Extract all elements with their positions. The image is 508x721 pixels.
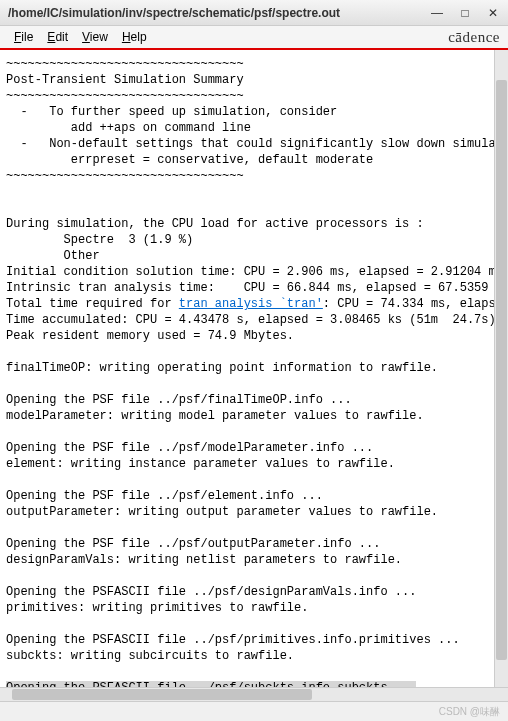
log-line: outputParameter: writing output paramete… — [6, 505, 438, 519]
log-line: - Non-default settings that could signif… — [6, 137, 494, 151]
menu-help[interactable]: Help — [116, 28, 153, 46]
log-line: finalTimeOP: writing operating point inf… — [6, 361, 438, 375]
horizontal-scrollbar-thumb[interactable] — [12, 689, 312, 700]
statusbar: CSDN @味醂 — [0, 701, 508, 721]
log-line: element: writing instance parameter valu… — [6, 457, 395, 471]
log-line: - To further speed up simulation, consid… — [6, 105, 337, 119]
tran-analysis-link[interactable]: tran analysis `tran' — [179, 297, 323, 311]
log-line: primitives: writing primitives to rawfil… — [6, 601, 308, 615]
log-line: Intrinsic tran analysis time: CPU = 66.8… — [6, 281, 494, 295]
log-line: modelParameter: writing model parameter … — [6, 409, 424, 423]
log-line: Opening the PSF file ../psf/modelParamet… — [6, 441, 373, 455]
log-line: ~~~~~~~~~~~~~~~~~~~~~~~~~~~~~~~~~ — [6, 169, 244, 183]
brand-logo: cādence — [448, 29, 500, 46]
log-line: Opening the PSF file ../psf/outputParame… — [6, 537, 380, 551]
menubar: File Edit View Help — [8, 28, 153, 46]
menubar-row: File Edit View Help cādence — [0, 26, 508, 50]
log-line: Spectre 3 (1.9 %) — [6, 233, 193, 247]
maximize-button[interactable]: □ — [458, 6, 472, 20]
titlebar[interactable]: /home/IC/simulation/inv/spectre/schemati… — [0, 0, 508, 26]
log-line: subckts: writing subcircuits to rawfile. — [6, 649, 294, 663]
log-line: Total time required for — [6, 297, 179, 311]
log-line: Peak resident memory used = 74.9 Mbytes. — [6, 329, 294, 343]
horizontal-scrollbar[interactable] — [0, 687, 508, 701]
log-line: Opening the PSF file ../psf/element.info… — [6, 489, 323, 503]
app-window: /home/IC/simulation/inv/spectre/schemati… — [0, 0, 508, 721]
log-line: Initial condition solution time: CPU = 2… — [6, 265, 494, 279]
log-line: Post-Transient Simulation Summary — [6, 73, 244, 87]
close-button[interactable]: ✕ — [486, 6, 500, 20]
watermark: CSDN @味醂 — [439, 705, 500, 719]
log-line: : CPU = 74.334 ms, elapsed = 75 — [323, 297, 494, 311]
vertical-scrollbar-thumb[interactable] — [496, 80, 507, 660]
log-line: designParamVals: writing netlist paramet… — [6, 553, 402, 567]
log-line: During simulation, the CPU load for acti… — [6, 217, 424, 231]
log-line: Time accumulated: CPU = 4.43478 s, elaps… — [6, 313, 494, 327]
log-line: Opening the PSFASCII file ../psf/designP… — [6, 585, 416, 599]
log-line: ~~~~~~~~~~~~~~~~~~~~~~~~~~~~~~~~~ — [6, 89, 244, 103]
menu-edit[interactable]: Edit — [41, 28, 74, 46]
window-controls: — □ ✕ — [430, 6, 500, 20]
menu-view[interactable]: View — [76, 28, 114, 46]
vertical-scrollbar[interactable] — [494, 50, 508, 687]
window-title: /home/IC/simulation/inv/spectre/schemati… — [8, 6, 430, 20]
log-line: errpreset = conservative, default modera… — [6, 153, 373, 167]
menu-file[interactable]: File — [8, 28, 39, 46]
log-line: add ++aps on command line — [6, 121, 251, 135]
content-area: ~~~~~~~~~~~~~~~~~~~~~~~~~~~~~~~~~ Post-T… — [0, 50, 508, 687]
log-line: Opening the PSF file ../psf/finalTimeOP.… — [6, 393, 352, 407]
log-output[interactable]: ~~~~~~~~~~~~~~~~~~~~~~~~~~~~~~~~~ Post-T… — [0, 50, 494, 687]
minimize-button[interactable]: — — [430, 6, 444, 20]
log-line: Opening the PSFASCII file ../psf/primiti… — [6, 633, 460, 647]
log-line: Other — [6, 249, 100, 263]
log-line: ~~~~~~~~~~~~~~~~~~~~~~~~~~~~~~~~~ — [6, 57, 244, 71]
